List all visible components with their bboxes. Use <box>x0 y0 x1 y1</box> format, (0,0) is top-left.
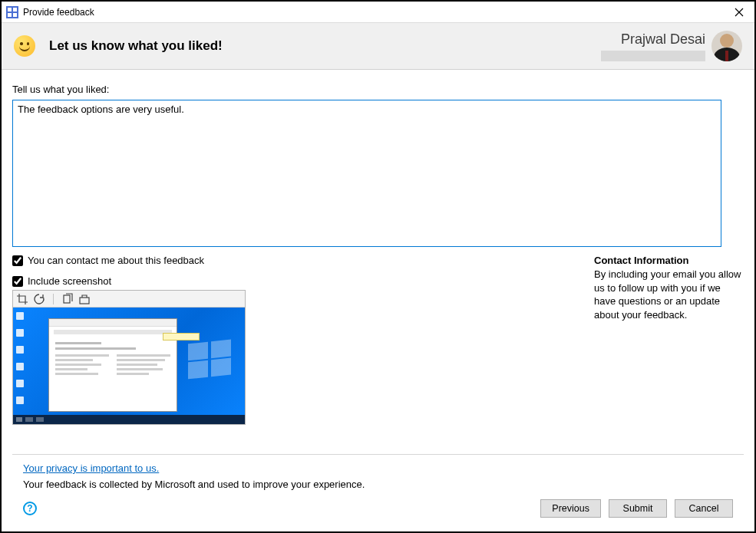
cancel-button[interactable]: Cancel <box>675 499 733 518</box>
footer: ? Previous Submit Cancel <box>12 492 744 527</box>
contact-info-title: Contact Information <box>594 255 744 266</box>
header: Let us know what you liked! Prajwal Desa… <box>2 23 754 70</box>
crop-icon[interactable] <box>16 293 28 305</box>
svg-rect-0 <box>8 8 12 12</box>
screenshot-thumbnail[interactable] <box>13 308 245 424</box>
app-icon <box>6 6 18 18</box>
help-icon[interactable]: ? <box>23 502 37 515</box>
refresh-icon[interactable] <box>33 293 45 305</box>
previous-button[interactable]: Previous <box>540 499 601 518</box>
svg-rect-3 <box>13 13 17 17</box>
annotate-icon[interactable] <box>78 293 91 305</box>
contact-checkbox[interactable] <box>12 255 23 266</box>
smiley-icon <box>14 35 35 57</box>
privacy-section: Your privacy is important to us. Your fe… <box>12 455 744 492</box>
screenshot-checkbox-row[interactable]: Include screenshot <box>12 275 579 287</box>
user-avatar[interactable] <box>711 31 742 61</box>
screenshot-checkbox[interactable] <box>12 276 23 287</box>
content-area: Tell us what you liked: You can contact … <box>2 70 754 531</box>
privacy-text: Your feedback is collected by Microsoft … <box>23 479 733 490</box>
window-title: Provide feedback <box>23 7 728 18</box>
svg-rect-1 <box>13 8 17 12</box>
contact-checkbox-row[interactable]: You can contact me about this feedback <box>12 255 579 266</box>
screenshot-toolbar <box>13 291 245 308</box>
user-name: Prajwal Desai <box>601 31 705 48</box>
copy-icon[interactable] <box>61 293 74 305</box>
feedback-prompt-label: Tell us what you liked: <box>12 84 744 95</box>
feedback-textarea[interactable] <box>12 100 721 247</box>
close-icon <box>735 8 744 17</box>
user-info: Prajwal Desai <box>601 31 742 61</box>
screenshot-preview <box>12 290 246 425</box>
contact-info-body: By including your email you allow us to … <box>594 268 744 321</box>
submit-button[interactable]: Submit <box>609 499 667 518</box>
svg-rect-2 <box>8 13 12 17</box>
screenshot-checkbox-label: Include screenshot <box>28 275 111 287</box>
close-button[interactable] <box>728 3 750 21</box>
contact-info-panel: Contact Information By including your em… <box>594 255 744 425</box>
svg-rect-5 <box>80 298 89 304</box>
contact-checkbox-label: You can contact me about this feedback <box>28 255 204 266</box>
user-email-redacted <box>601 51 705 61</box>
titlebar: Provide feedback <box>2 2 754 23</box>
page-heading: Let us know what you liked! <box>49 38 601 54</box>
svg-rect-4 <box>64 295 70 303</box>
feedback-window: Provide feedback Let us know what you li… <box>0 0 756 533</box>
privacy-link[interactable]: Your privacy is important to us. <box>23 462 159 474</box>
